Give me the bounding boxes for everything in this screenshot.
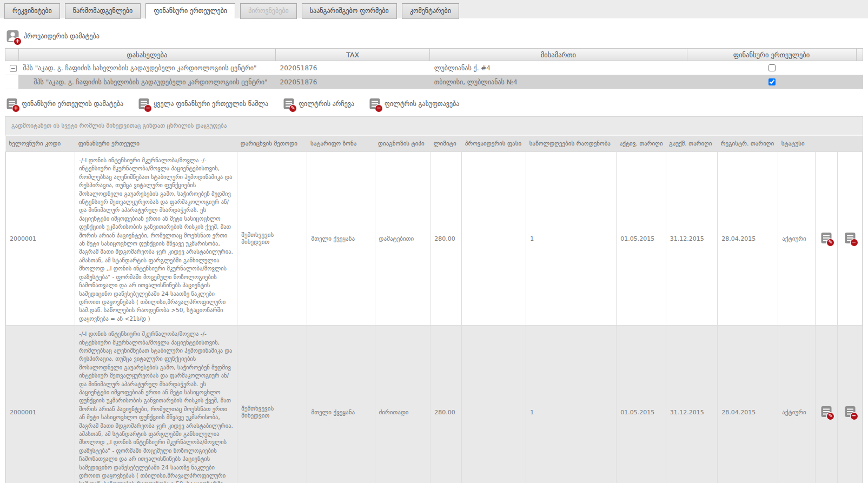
delete-all-financial-units-button[interactable]: − ყველა ფინანსური ერთეულის წაშლა <box>138 98 268 110</box>
provider-tax: 202051876 <box>276 61 430 75</box>
edit-column-header <box>816 136 838 152</box>
plus-badge-icon: + <box>12 105 19 112</box>
pencil-badge-icon: ✎ <box>827 413 834 420</box>
unit-description-text: -/-I დონის ინტენსიური მკურნალობა/მოვლა -… <box>79 330 233 483</box>
add-provider-label: პროვაიდერის დამატება <box>24 32 100 40</box>
collapse-icon[interactable]: − <box>10 65 17 72</box>
fin-units-checkbox-cell <box>687 75 856 89</box>
unit-code: 2000001 <box>6 152 75 326</box>
unit-description: -/-I დონის ინტენსიური მკურნალობა/მოვლა -… <box>75 326 237 483</box>
providers-header-row: დასახელება TAX მისამართი ფინანსური ერთეუ… <box>5 49 863 61</box>
provider-row: − შპს "აკად. გ. ჩაფიძის სახელობის გადაუდ… <box>5 61 863 75</box>
unit-provider-price <box>462 152 526 326</box>
provider-address: ლუბლიანას ქ. #4 <box>430 61 687 75</box>
limit-column-header[interactable]: ლიმიტი <box>430 136 462 152</box>
tab-bar: რეკვიზიტები წარმომადგენლები ფინანსური ერ… <box>0 0 868 18</box>
delete-unit-button[interactable]: − <box>845 232 856 244</box>
tax-column-header: TAX <box>276 49 430 61</box>
person-plus-icon: + <box>6 30 19 43</box>
activation-date-column-header[interactable]: აქტივ. თარიღი <box>617 136 666 152</box>
financial-units-toolbar: + ფინანსური ერთეულის დამატება − ყველა ფი… <box>6 98 868 110</box>
unit-limit: 280.00 <box>430 152 462 326</box>
minus-badge-icon: − <box>375 105 382 112</box>
diagnosis-type-column-header[interactable]: დიაგნოზის ტიპი <box>375 136 430 152</box>
unit-description-text: -/-I დონის ინტენსიური მკურნალობა/მოვლა -… <box>79 156 233 323</box>
units-header-row: ხელოვნური კოდი ფინანსური ერთეული დარიცხვ… <box>6 136 863 152</box>
edit-cell: ✎ <box>816 326 838 483</box>
delete-unit-button[interactable]: − <box>845 406 856 418</box>
financial-units-grid: გადმოიტანეთ ის სვეტი რომლის მიხედვითაც გ… <box>5 116 863 483</box>
delete-all-financial-units-label: ყველა ფინანსური ერთეულის წაშლა <box>154 100 268 108</box>
zone-column-header[interactable]: სატარიფო ზონა <box>307 136 375 152</box>
add-financial-unit-label: ფინანსური ერთეულის დამატება <box>22 100 123 108</box>
unit-status: აქტიური <box>778 152 816 326</box>
delete-cell: − <box>838 152 863 326</box>
status-column-header[interactable]: სტატუსი <box>778 136 816 152</box>
provider-child-row[interactable]: შპს "აკად. გ. ჩაფიძის სახელობის გადაუდებ… <box>5 75 863 89</box>
unit-activation-date: 01.05.2015 <box>617 152 666 326</box>
unit-column-header[interactable]: ფინანსური ერთეული <box>75 136 237 152</box>
pencil-badge-icon: ✎ <box>827 239 834 246</box>
fin-units-checkbox[interactable] <box>768 78 776 85</box>
bed-days-column-header[interactable]: საწოლდღეების რაოდენობა <box>526 136 617 152</box>
choose-filter-label: ფილტრის არჩევა <box>299 100 354 108</box>
tab-report-forms[interactable]: საანგარიშგებო ფორმები <box>302 3 397 19</box>
tab-financial-units[interactable]: ფინანსური ერთეულები <box>145 3 235 19</box>
unit-description: -/-I დონის ინტენსიური მკურნალობა/მოვლა -… <box>75 152 237 326</box>
fin-units-checkbox[interactable] <box>768 64 776 71</box>
fin-units-checkbox-cell <box>687 61 856 75</box>
unit-activation-date: 01.05.2015 <box>617 326 666 483</box>
unit-row: 2000001 -/-I დონის ინტენსიური მკურნალობა… <box>6 152 863 326</box>
address-column-header: მისამართი <box>430 49 687 61</box>
delete-cell: − <box>838 326 863 483</box>
edit-unit-button[interactable]: ✎ <box>821 232 832 244</box>
unit-code: 2000001 <box>6 326 75 483</box>
expander-cell <box>5 75 19 89</box>
financial-units-table: ხელოვნური კოდი ფინანსური ერთეული დარიცხვ… <box>5 136 863 483</box>
unit-cancel-date: 31.12.2015 <box>666 152 718 326</box>
tab-comments[interactable]: კომენტარები <box>402 3 459 19</box>
provider-address: თბილისი, ლუბლიანას №4 <box>430 75 687 89</box>
edit-cell: ✎ <box>816 152 838 326</box>
unit-zone: მთელი ქვეყანა <box>307 152 375 326</box>
add-provider-button[interactable]: + პროვაიდერის დამატება <box>6 30 100 43</box>
unit-diagnosis-type: ძირითადი <box>375 326 430 483</box>
doc-plus-icon: + <box>6 98 17 110</box>
filler-cell <box>856 61 863 75</box>
unit-limit: 280.00 <box>430 326 462 483</box>
expander-cell: − <box>5 61 19 75</box>
plus-badge-icon: + <box>14 38 21 45</box>
choose-filter-button[interactable]: ✎ ფილტრის არჩევა <box>283 98 354 110</box>
unit-bed-days: 1 <box>526 326 617 483</box>
unit-cancel-date: 31.12.2015 <box>666 326 718 483</box>
tab-representatives[interactable]: წარმომადგენლები <box>65 3 141 19</box>
cancel-date-column-header[interactable]: გაუქმ. თარიღი <box>666 136 718 152</box>
registration-date-column-header[interactable]: რეგისტრ. თარიღი <box>718 136 778 152</box>
unit-registration-date: 28.04.2015 <box>718 326 778 483</box>
provider-name: შპს "აკად. გ. ჩაფიძის სახელობის გადაუდებ… <box>18 75 275 89</box>
doc-minus-icon: − <box>369 98 380 110</box>
tab-requisites[interactable]: რეკვიზიტები <box>4 3 60 19</box>
filler-column-header <box>856 49 863 61</box>
unit-row: 2000001 -/-I დონის ინტენსიური მკურნალობა… <box>6 326 863 483</box>
provider-price-column-header[interactable]: პროვაიდერის ფასი <box>462 136 526 152</box>
edit-unit-button[interactable]: ✎ <box>821 406 832 418</box>
fin-units-column-header: ფინანსური ერთეულები <box>687 49 856 61</box>
pencil-badge-icon: ✎ <box>289 105 296 112</box>
add-financial-unit-button[interactable]: + ფინანსური ერთეულის დამატება <box>6 98 123 110</box>
filler-cell <box>856 75 863 89</box>
clear-filter-button[interactable]: − ფილტრის გასუფთავება <box>369 98 459 110</box>
minus-badge-icon: − <box>144 105 151 112</box>
clear-filter-label: ფილტრის გასუფთავება <box>385 100 459 108</box>
unit-diagnosis-type: დამატებითი <box>375 152 430 326</box>
provider-tax: 202051876 <box>276 75 430 89</box>
group-by-hint: გადმოიტანეთ ის სვეტი რომლის მიხედვითაც გ… <box>5 117 863 136</box>
code-column-header[interactable]: ხელოვნური კოდი <box>6 136 75 152</box>
unit-status: აქტიური <box>778 326 816 483</box>
tab-persons: პიროვნებები <box>240 3 297 19</box>
delete-column-header <box>838 136 863 152</box>
unit-method: შემთხვევის მიხედვით <box>237 326 307 483</box>
unit-bed-days: 1 <box>526 152 617 326</box>
unit-method: შემთხვევის მიხედვით <box>237 152 307 326</box>
method-column-header[interactable]: დარიცხვის მეთოდი <box>237 136 307 152</box>
